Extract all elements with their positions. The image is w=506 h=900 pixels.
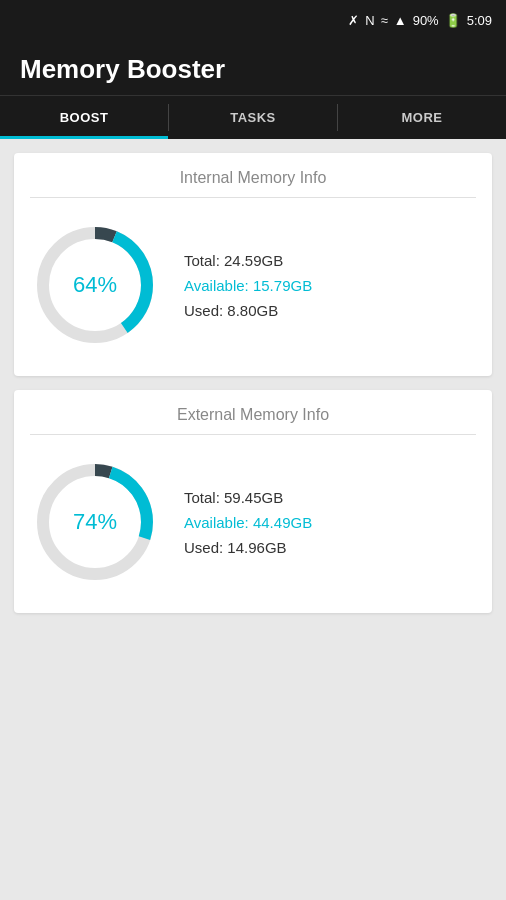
external-percentage-label: 74%: [73, 509, 117, 535]
signal-icon: ▲: [394, 13, 407, 28]
internal-memory-info: Total: 24.59GB Available: 15.79GB Used: …: [184, 252, 312, 319]
external-total: Total: 59.45GB: [184, 489, 312, 506]
tab-more[interactable]: MORE: [338, 96, 506, 139]
external-used: Used: 14.96GB: [184, 539, 312, 556]
tab-bar: BOOST TASKS MORE: [0, 95, 506, 139]
internal-donut-chart: 64%: [30, 220, 160, 350]
tab-boost[interactable]: BOOST: [0, 96, 168, 139]
internal-available: Available: 15.79GB: [184, 277, 312, 294]
external-memory-title: External Memory Info: [30, 406, 476, 435]
internal-memory-body: 64% Total: 24.59GB Available: 15.79GB Us…: [30, 210, 476, 360]
external-memory-body: 74% Total: 59.45GB Available: 44.49GB Us…: [30, 447, 476, 597]
external-memory-info: Total: 59.45GB Available: 44.49GB Used: …: [184, 489, 312, 556]
internal-used: Used: 8.80GB: [184, 302, 312, 319]
status-bar: ✗ N ≈ ▲ 90% 🔋 5:09: [0, 0, 506, 40]
internal-memory-title: Internal Memory Info: [30, 169, 476, 198]
external-donut-chart: 74%: [30, 457, 160, 587]
external-available: Available: 44.49GB: [184, 514, 312, 531]
status-icons: ✗ N ≈ ▲ 90% 🔋 5:09: [348, 13, 492, 28]
tab-tasks[interactable]: TASKS: [169, 96, 337, 139]
wifi-icon: ≈: [381, 13, 388, 28]
app-header: Memory Booster: [0, 40, 506, 95]
network-icon: N: [365, 13, 374, 28]
time-text: 5:09: [467, 13, 492, 28]
battery-icon: 🔋: [445, 13, 461, 28]
battery-text: 90%: [413, 13, 439, 28]
main-content: Internal Memory Info 64% Total: 24.59GB …: [0, 139, 506, 627]
internal-total: Total: 24.59GB: [184, 252, 312, 269]
app-title: Memory Booster: [20, 54, 486, 85]
internal-percentage-label: 64%: [73, 272, 117, 298]
internal-memory-card: Internal Memory Info 64% Total: 24.59GB …: [14, 153, 492, 376]
bluetooth-icon: ✗: [348, 13, 359, 28]
external-memory-card: External Memory Info 74% Total: 59.45GB …: [14, 390, 492, 613]
